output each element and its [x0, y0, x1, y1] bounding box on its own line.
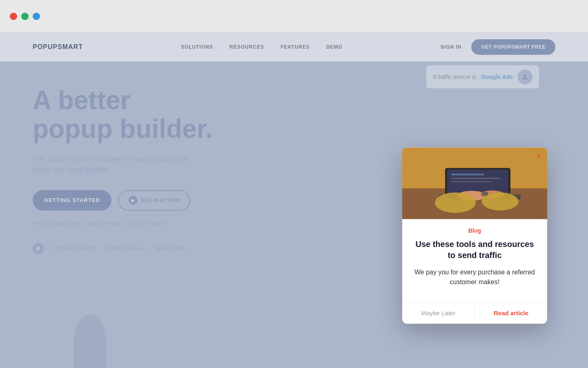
svg-rect-8	[451, 181, 492, 182]
read-article-button[interactable]: Read article	[475, 302, 547, 324]
popup-card: × Blog Use these tools and resources to …	[402, 148, 547, 324]
popup-image-bg	[402, 148, 547, 219]
website-container: POPUPSMART SOLUTIONS RESOURCES FEATURES …	[0, 33, 588, 368]
popup-body: Blog Use these tools and resources to se…	[402, 219, 547, 295]
popup-category: Blog	[412, 227, 537, 234]
maybe-later-button[interactable]: Maybe Later	[402, 302, 475, 324]
popup-image: ×	[402, 148, 547, 219]
popup-close-button[interactable]: ×	[536, 152, 541, 161]
popup-hero-image	[402, 148, 547, 219]
svg-rect-6	[451, 174, 484, 175]
maximize-dot[interactable]	[33, 13, 40, 20]
svg-rect-7	[451, 178, 500, 179]
svg-point-11	[435, 193, 476, 213]
minimize-dot[interactable]	[21, 13, 29, 20]
popup-footer: Maybe Later Read article	[402, 302, 547, 324]
popup-description: We pay you for every purchase a referred…	[412, 267, 537, 287]
popup-title: Use these tools and resources to send tr…	[412, 239, 537, 261]
svg-rect-13	[482, 192, 488, 196]
close-dot[interactable]	[10, 13, 17, 20]
browser-chrome	[0, 0, 588, 33]
